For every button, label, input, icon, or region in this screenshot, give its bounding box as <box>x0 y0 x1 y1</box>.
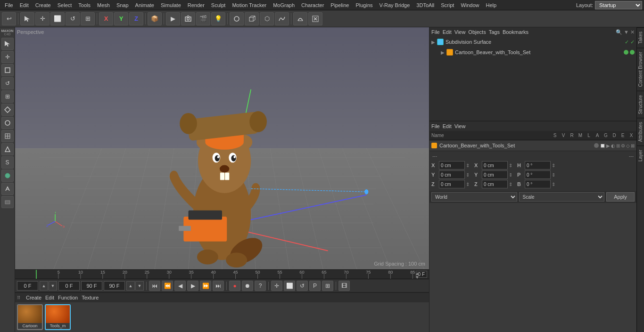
sidebar-scale[interactable] <box>1 64 14 76</box>
menu-character[interactable]: Character <box>298 1 327 9</box>
sidebar-transform[interactable]: ⊞ <box>1 90 14 103</box>
frame-stepper-down[interactable]: ▼ <box>49 281 57 291</box>
obj-menu-bookmarks[interactable]: Bookmarks <box>503 29 528 35</box>
next-frame-btn[interactable]: ⏩ <box>200 281 211 291</box>
go-start-btn[interactable]: ⏮ <box>149 281 160 291</box>
play-fwd-btn[interactable]: ▶ <box>187 281 198 291</box>
menu-simulate[interactable]: Simulate <box>158 1 184 9</box>
coord-y-size[interactable] <box>482 170 508 179</box>
loop-btn[interactable]: ↺ <box>297 281 308 291</box>
preview-btn[interactable]: P <box>309 281 321 291</box>
frame-end-stepper-down[interactable]: ▼ <box>135 281 144 291</box>
z-axis[interactable]: Z <box>129 12 143 25</box>
render-icon-1[interactable]: ✓ <box>630 39 635 45</box>
visibility-icon-1[interactable]: ✓ <box>625 39 629 45</box>
spline-tool[interactable] <box>275 12 289 25</box>
prev-frame-btn[interactable]: ⏪ <box>162 281 173 291</box>
expand-icon[interactable]: ▶ <box>431 40 435 45</box>
film-strip-btn[interactable]: 🎞 <box>339 281 350 291</box>
sidebar-tool1[interactable] <box>1 104 14 116</box>
record-btn[interactable]: ● <box>229 281 240 291</box>
menu-create[interactable]: Create <box>33 1 54 9</box>
attr-object-row[interactable]: Cartoon_Beaver_with_Tools_Set 🔲 ▶ ◐ ⊞ ⚙ … <box>429 140 636 151</box>
coord-x-size[interactable] <box>482 161 508 170</box>
world-dropdown[interactable]: World <box>431 192 517 202</box>
frame-end-stepper-up[interactable]: ▲ <box>126 281 135 291</box>
sidebar-tool3[interactable] <box>1 130 14 142</box>
attr-dot-1[interactable] <box>594 143 599 148</box>
menu-mesh[interactable]: Mesh <box>94 1 113 9</box>
tab-structure[interactable]: Structure <box>637 91 644 118</box>
y-axis[interactable]: Y <box>114 12 128 25</box>
obj-close-icon[interactable]: ✕ <box>630 29 635 35</box>
timeline[interactable]: 5 10 15 20 25 30 35 40 <box>15 269 429 279</box>
x-axis[interactable]: X <box>99 12 113 25</box>
move-playback-btn[interactable]: ✛ <box>271 281 282 291</box>
camera-tool[interactable] <box>181 12 195 25</box>
attr-icon-5[interactable]: ⚙ <box>621 143 625 148</box>
obj-menu-edit[interactable]: Edit <box>443 29 452 35</box>
tab-layer[interactable]: Layer <box>637 146 644 165</box>
key-help-btn[interactable]: ? <box>255 281 266 291</box>
attr-icon-2[interactable]: ▶ <box>606 143 610 148</box>
play-back-btn[interactable]: ◀ <box>174 281 186 291</box>
tab-content-browser[interactable]: Content Browser <box>637 48 644 90</box>
menu-pipeline[interactable]: Pipeline <box>328 1 352 9</box>
attr-icon-4[interactable]: ⊞ <box>616 143 620 148</box>
sidebar-rotate[interactable]: ↺ <box>1 77 14 89</box>
sidebar-tool7[interactable] <box>1 183 14 195</box>
menu-file[interactable]: File <box>2 1 16 9</box>
menu-vray[interactable]: V-Ray Bridge <box>377 1 413 9</box>
go-end-btn[interactable]: ⏭ <box>213 281 224 291</box>
menu-3dtoall[interactable]: 3DToAll <box>413 1 437 9</box>
menu-help[interactable]: Help <box>483 1 500 9</box>
viewport-3d[interactable] <box>15 27 429 269</box>
sidebar-tool5[interactable]: S <box>1 156 14 169</box>
box-tool[interactable]: 📦 <box>148 12 162 25</box>
obj-menu-objects[interactable]: Objects <box>468 29 486 35</box>
menu-snap[interactable]: Snap <box>114 1 132 9</box>
menu-animate[interactable]: Animate <box>132 1 157 9</box>
frame-current-input[interactable] <box>58 281 80 291</box>
menu-select[interactable]: Select <box>55 1 75 9</box>
expand-icon-2[interactable]: ▶ <box>441 50 445 55</box>
attr-icon-3[interactable]: ◐ <box>611 143 615 148</box>
obj-menu-view[interactable]: View <box>454 29 466 35</box>
material-menu-edit[interactable]: Edit <box>45 295 54 300</box>
polygon-tool[interactable]: ⬡ <box>260 12 274 25</box>
obj-row-beaver[interactable]: ▶ Cartoon_Beaver_with_Tools_Set <box>429 47 636 57</box>
frame-scroll-down[interactable]: ▼ <box>415 275 420 279</box>
undo-button[interactable]: ↩ <box>2 12 16 25</box>
menu-script[interactable]: Script <box>438 1 457 9</box>
menu-edit[interactable]: Edit <box>17 1 32 9</box>
material-menu-function[interactable]: Function <box>58 295 78 300</box>
coord-b-val[interactable] <box>525 180 551 188</box>
coord-z-pos[interactable] <box>439 180 465 188</box>
sidebar-tool2[interactable] <box>1 117 14 129</box>
menu-mograph[interactable]: MoGraph <box>270 1 297 9</box>
frame-end-input-2[interactable] <box>104 281 125 291</box>
sphere-tool[interactable] <box>230 12 244 25</box>
transform-tool[interactable]: ⊞ <box>81 12 95 25</box>
filter-icon[interactable]: ▼ <box>624 29 629 35</box>
attr-menu-file[interactable]: File <box>431 123 440 129</box>
obj-menu-tags[interactable]: Tags <box>489 29 500 35</box>
sidebar-move[interactable]: ✛ <box>1 51 14 63</box>
effector-tool[interactable] <box>308 12 322 25</box>
sidebar-tool4[interactable] <box>1 143 14 155</box>
attr-icon-7[interactable]: ⊠ <box>631 143 635 148</box>
material-swatch-cartoon[interactable]: Cartoon <box>17 304 43 330</box>
move-tool[interactable]: ✛ <box>35 12 50 25</box>
cube-tool[interactable] <box>245 12 259 25</box>
grid-btn[interactable]: ⊞ <box>322 281 333 291</box>
scale-dropdown[interactable]: Scale <box>519 192 605 202</box>
attr-menu-view[interactable]: View <box>454 123 466 129</box>
obj-row-subdivision[interactable]: ▶ Subdivision Surface ✓ ✓ <box>429 37 636 47</box>
scale-tool[interactable]: ⬜ <box>50 12 65 25</box>
layout-dropdown[interactable]: Startup <box>595 1 642 9</box>
region-playback-btn[interactable]: ⬜ <box>284 281 295 291</box>
sidebar-tool8[interactable] <box>1 196 14 208</box>
frame-end-input-1[interactable] <box>81 281 102 291</box>
material-menu-create[interactable]: Create <box>26 295 41 300</box>
frame-start-input[interactable] <box>17 281 38 291</box>
